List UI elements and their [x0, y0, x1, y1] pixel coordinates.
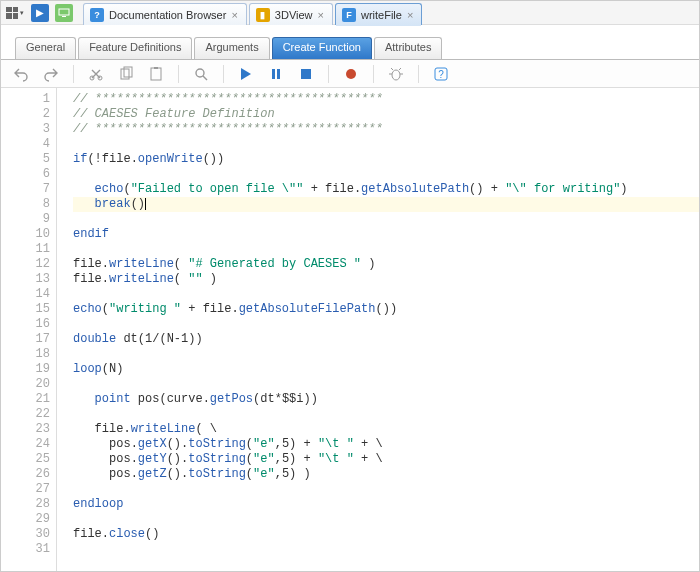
code-line[interactable]: loop(N) — [73, 362, 699, 377]
code-line[interactable]: break() — [73, 197, 699, 212]
code-line[interactable] — [73, 242, 699, 257]
line-number: 11 — [1, 242, 50, 257]
undo-button[interactable] — [11, 64, 31, 84]
close-icon[interactable]: × — [318, 9, 324, 21]
svg-rect-1 — [62, 16, 66, 17]
bug-icon — [388, 66, 404, 82]
svg-rect-6 — [151, 68, 161, 80]
code-line[interactable]: pos.getY().toString("e",5) + "\t " + \ — [73, 452, 699, 467]
line-number: 18 — [1, 347, 50, 362]
code-line[interactable]: file.writeLine( "" ) — [73, 272, 699, 287]
code-line[interactable]: file.close() — [73, 527, 699, 542]
help-icon: ? — [433, 66, 449, 82]
line-number: 14 — [1, 287, 50, 302]
doc-tab-documentation-browser[interactable]: ?Documentation Browser× — [83, 3, 247, 25]
section-tab-create-function[interactable]: Create Function — [272, 37, 372, 59]
code-line[interactable] — [73, 317, 699, 332]
code-line[interactable] — [73, 347, 699, 362]
svg-point-8 — [196, 69, 204, 77]
line-number: 21 — [1, 392, 50, 407]
code-line[interactable] — [73, 137, 699, 152]
doc-tab-icon: ? — [90, 8, 104, 22]
toolbar-separator — [73, 65, 74, 83]
cut-button[interactable] — [86, 64, 106, 84]
code-line[interactable]: // *************************************… — [73, 92, 699, 107]
section-tab-general[interactable]: General — [15, 37, 76, 59]
breakpoint-icon — [343, 66, 359, 82]
code-line[interactable]: endloop — [73, 497, 699, 512]
line-number: 17 — [1, 332, 50, 347]
stop-icon — [298, 66, 314, 82]
monitor-icon[interactable] — [55, 4, 73, 22]
paste-button[interactable] — [146, 64, 166, 84]
code-line[interactable] — [73, 482, 699, 497]
line-number: 29 — [1, 512, 50, 527]
svg-point-12 — [346, 69, 356, 79]
line-number: 22 — [1, 407, 50, 422]
svg-text:?: ? — [438, 69, 444, 80]
doc-tab-3dview[interactable]: ▮3DView× — [249, 3, 333, 25]
section-tab-feature-definitions[interactable]: Feature Definitions — [78, 37, 192, 59]
svg-rect-10 — [277, 69, 280, 79]
code-line[interactable] — [73, 287, 699, 302]
code-line[interactable]: // CAESES Feature Definition — [73, 107, 699, 122]
code-line[interactable]: point pos(curve.getPos(dt*$$i)) — [73, 392, 699, 407]
stop-button[interactable] — [296, 64, 316, 84]
pause-icon — [268, 66, 284, 82]
code-line[interactable] — [73, 167, 699, 182]
line-number: 26 — [1, 467, 50, 482]
line-number: 16 — [1, 317, 50, 332]
line-number: 23 — [1, 422, 50, 437]
run-button[interactable] — [236, 64, 256, 84]
pause-button[interactable] — [266, 64, 286, 84]
line-number: 20 — [1, 377, 50, 392]
doc-tab-icon: ▮ — [256, 8, 270, 22]
section-tab-arguments[interactable]: Arguments — [194, 37, 269, 59]
toolbar-separator — [418, 65, 419, 83]
code-line[interactable]: echo("writing " + file.getAbsoluteFilePa… — [73, 302, 699, 317]
code-line[interactable]: // *************************************… — [73, 122, 699, 137]
line-number: 15 — [1, 302, 50, 317]
line-number: 13 — [1, 272, 50, 287]
code-line[interactable]: echo("Failed to open file \"" + file.get… — [73, 182, 699, 197]
code-line[interactable]: pos.getZ().toString("e",5) ) — [73, 467, 699, 482]
redo-icon — [43, 66, 59, 82]
breakpoint-button[interactable] — [341, 64, 361, 84]
code-line[interactable]: pos.getX().toString("e",5) + "\t " + \ — [73, 437, 699, 452]
section-tab-attributes[interactable]: Attributes — [374, 37, 442, 59]
code-line[interactable]: if(!file.openWrite()) — [73, 152, 699, 167]
code-line[interactable] — [73, 212, 699, 227]
line-number: 4 — [1, 137, 50, 152]
code-area[interactable]: // *************************************… — [57, 88, 699, 572]
code-line[interactable] — [73, 407, 699, 422]
code-line[interactable]: double dt(1/(N-1)) — [73, 332, 699, 347]
cut-icon — [88, 66, 104, 82]
code-line[interactable] — [73, 377, 699, 392]
code-line[interactable]: file.writeLine( "# Generated by CAESES "… — [73, 257, 699, 272]
line-number: 3 — [1, 122, 50, 137]
svg-point-13 — [392, 70, 400, 80]
code-editor[interactable]: 1234567891011121314151617181920212223242… — [1, 88, 699, 572]
view-cube-icon[interactable]: ▶ — [31, 4, 49, 22]
section-tabs: GeneralFeature DefinitionsArgumentsCreat… — [1, 35, 699, 59]
svg-rect-11 — [301, 69, 311, 79]
help-button[interactable]: ? — [431, 64, 451, 84]
code-line[interactable] — [73, 542, 699, 557]
line-number: 7 — [1, 182, 50, 197]
line-number: 2 — [1, 107, 50, 122]
doc-tab-writefile[interactable]: FwriteFile× — [335, 3, 422, 25]
code-line[interactable]: file.writeLine( \ — [73, 422, 699, 437]
close-icon[interactable]: × — [407, 9, 413, 21]
code-line[interactable] — [73, 512, 699, 527]
line-number: 12 — [1, 257, 50, 272]
close-icon[interactable]: × — [231, 9, 237, 21]
top-toolbar: ▾ ▶ ?Documentation Browser×▮3DView×Fwrit… — [1, 1, 699, 25]
search-button[interactable] — [191, 64, 211, 84]
layout-grid-button[interactable]: ▾ — [5, 4, 25, 22]
code-line[interactable]: endif — [73, 227, 699, 242]
line-number: 19 — [1, 362, 50, 377]
bug-button[interactable] — [386, 64, 406, 84]
paste-icon — [148, 66, 164, 82]
redo-button[interactable] — [41, 64, 61, 84]
copy-button[interactable] — [116, 64, 136, 84]
